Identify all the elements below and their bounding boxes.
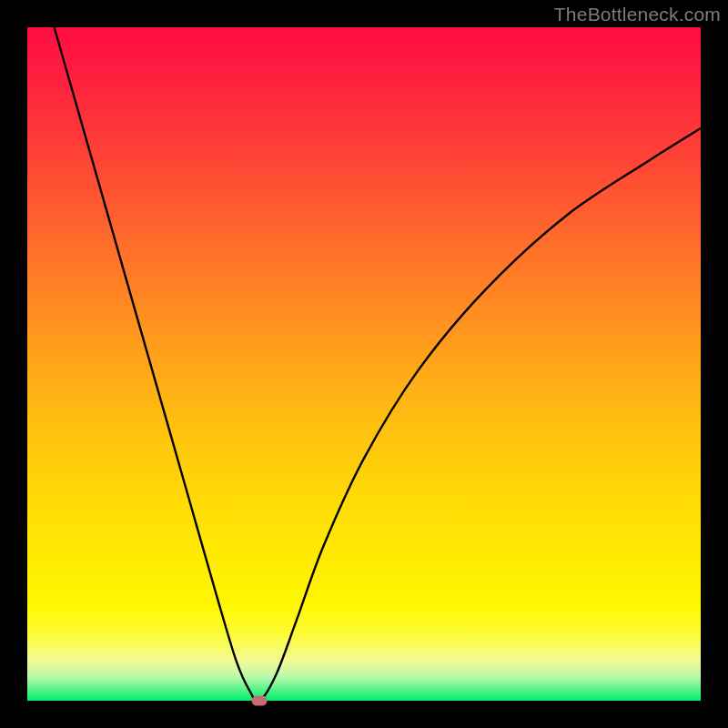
chart-frame: TheBottleneck.com: [0, 0, 728, 728]
optimum-marker: [252, 696, 268, 706]
bottleneck-curve: [27, 27, 701, 701]
plot-area: [27, 27, 701, 701]
watermark-text: TheBottleneck.com: [554, 4, 721, 25]
